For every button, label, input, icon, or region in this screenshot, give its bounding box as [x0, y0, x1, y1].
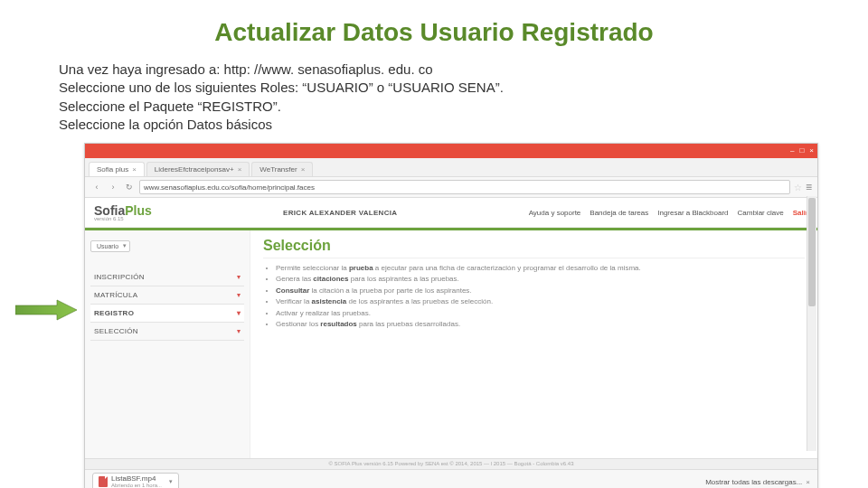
bookmark-star-icon[interactable]: ☆ — [794, 183, 802, 192]
content-bullets: Permite seleccionar la prueba a ejecutar… — [263, 264, 805, 329]
current-user-name: ERICK ALEXANDER VALENCIA — [283, 209, 397, 217]
role-select[interactable]: Usuario — [90, 240, 130, 252]
browser-window: – □ × Sofia plus × LideresEfctraceiponsa… — [84, 143, 818, 488]
content-bullet: Verificar la asistencia de los aspirante… — [276, 297, 805, 306]
site-logo[interactable]: SofiaPlus versión 6.15 — [94, 203, 152, 221]
nav-back-icon[interactable]: ‹ — [90, 181, 103, 193]
top-link[interactable]: Cambiar clave — [738, 209, 784, 217]
sidebar-menu: INSCRIPCIÓN▾ MATRÍCULA▾ REGISTRO▾ SELECC… — [90, 268, 244, 341]
content-bullet: Permite seleccionar la prueba a ejecutar… — [276, 264, 805, 273]
content-bullet: Genera las citaciones para los aspirante… — [276, 275, 805, 284]
file-icon — [99, 476, 108, 487]
tab-close-icon[interactable]: × — [132, 165, 137, 174]
window-titlebar: – □ × — [85, 144, 817, 158]
chevron-down-icon: ▾ — [237, 309, 241, 317]
browser-tab[interactable]: LideresEfctraceiponsav+ × — [146, 162, 250, 176]
download-chip[interactable]: ListaBSF.mp4 Abriendo en 1 hora... ▾ — [92, 473, 179, 488]
instruction-line: Seleccione el Paquete “REGISTRO”. — [59, 98, 868, 116]
sidebar-item-label: INSCRIPCIÓN — [94, 273, 145, 281]
top-nav: Ayuda y soporte Bandeja de tareas Ingres… — [529, 209, 808, 217]
content-title: Selección — [263, 238, 805, 258]
callout-arrow-icon — [15, 296, 79, 324]
address-bar: ‹ › ↻ ☆ ≡ — [85, 177, 817, 198]
download-bar: ListaBSF.mp4 Abriendo en 1 hora... ▾ Mos… — [85, 469, 817, 488]
page-title: Actualizar Datos Usuario Registrado — [0, 18, 868, 47]
window-minimize-icon[interactable]: – — [790, 147, 794, 155]
instruction-block: Una vez haya ingresado a: http: //www. s… — [59, 61, 868, 134]
show-all-label: Mostrar todas las descargas... — [705, 478, 802, 486]
sidebar: Usuario INSCRIPCIÓN▾ MATRÍCULA▾ REGISTRO… — [85, 230, 250, 458]
tab-close-icon[interactable]: × — [301, 165, 306, 174]
main-content: Selección Permite seleccionar la prueba … — [250, 230, 817, 458]
top-link[interactable]: Bandeja de tareas — [590, 209, 648, 217]
browser-menu-icon[interactable]: ≡ — [806, 181, 812, 193]
tab-label: LideresEfctraceiponsav+ — [155, 165, 234, 174]
window-close-icon[interactable]: × — [809, 147, 814, 155]
scroll-thumb[interactable] — [808, 198, 816, 306]
sidebar-item-label: REGISTRO — [94, 309, 134, 317]
instruction-line: Seleccione la opción Datos básicos — [59, 116, 868, 134]
download-filename: ListaBSF.mp4 — [111, 475, 162, 483]
chevron-down-icon[interactable]: ▾ — [169, 478, 173, 485]
top-link[interactable]: Ingresar a Blackboard — [657, 209, 728, 217]
sidebar-item-seleccion[interactable]: SELECCIÓN▾ — [90, 323, 244, 341]
logo-plus: Plus — [125, 203, 152, 218]
content-bullet: Gestionar los resultados para las prueba… — [276, 320, 805, 329]
sidebar-item-registro[interactable]: REGISTRO▾ — [90, 305, 244, 323]
site-footer: © SOFIA Plus versión 6.15 Powered by SEN… — [85, 458, 817, 469]
svg-marker-0 — [15, 300, 77, 320]
window-maximize-icon[interactable]: □ — [799, 147, 804, 155]
content-bullet: Consultar la citación a la prueba por pa… — [276, 286, 805, 296]
sidebar-item-matricula[interactable]: MATRÍCULA▾ — [90, 286, 244, 305]
show-all-downloads[interactable]: Mostrar todas las descargas... × — [705, 478, 810, 486]
tab-close-icon[interactable]: × — [238, 165, 242, 174]
close-icon[interactable]: × — [806, 478, 810, 486]
sidebar-item-inscripcion[interactable]: INSCRIPCIÓN▾ — [90, 268, 244, 286]
tab-label: WeTransfer — [259, 165, 297, 174]
chevron-down-icon: ▾ — [237, 273, 241, 281]
url-input[interactable] — [139, 180, 790, 194]
tab-label: Sofia plus — [97, 165, 128, 174]
browser-tabstrip: Sofia plus × LideresEfctraceiponsav+ × W… — [85, 158, 817, 177]
instruction-line: Seleccione uno de los siguientes Roles: … — [59, 79, 868, 97]
browser-tab[interactable]: WeTransfer × — [251, 162, 313, 176]
instruction-line: Una vez haya ingresado a: http: //www. s… — [59, 61, 868, 79]
sidebar-item-label: MATRÍCULA — [94, 291, 137, 299]
sidebar-item-label: SELECCIÓN — [94, 327, 138, 335]
chevron-down-icon: ▾ — [237, 327, 241, 335]
page-content: SofiaPlus versión 6.15 ERICK ALEXANDER V… — [85, 198, 817, 469]
nav-reload-icon[interactable]: ↻ — [123, 181, 136, 193]
site-header: SofiaPlus versión 6.15 ERICK ALEXANDER V… — [85, 198, 817, 228]
vertical-scrollbar[interactable] — [807, 196, 816, 451]
browser-tab[interactable]: Sofia plus × — [89, 162, 145, 176]
chevron-down-icon: ▾ — [237, 291, 241, 299]
content-bullet: Activar y realizar las pruebas. — [276, 309, 805, 318]
top-link[interactable]: Ayuda y soporte — [529, 209, 581, 217]
download-status: Abriendo en 1 hora... — [111, 483, 162, 488]
nav-forward-icon[interactable]: › — [107, 181, 119, 193]
